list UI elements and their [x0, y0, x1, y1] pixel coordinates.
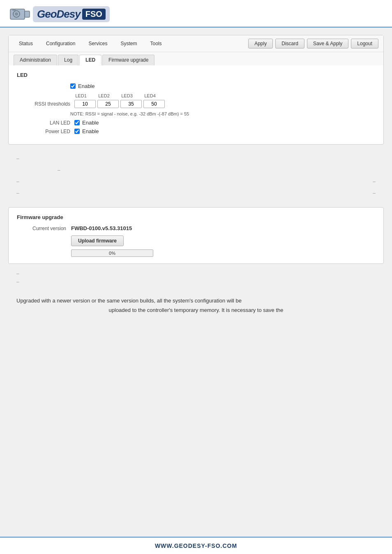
content-area: LED Enable LED1 LED2 LED3 LED4 RSSI thre…: [9, 65, 383, 144]
dash-line-8: –: [16, 278, 376, 286]
upload-firmware-button[interactable]: Upload firmware: [71, 235, 124, 246]
rssi-label: RSSI thresholds: [21, 101, 70, 107]
led-section-title: LED: [17, 72, 375, 78]
dash-line-7: –: [16, 270, 376, 278]
firmware-title: Firmware upgrade: [17, 214, 375, 220]
header: GeoDesy FSO: [0, 0, 392, 28]
firmware-version-row: Current version FWBD-0100.v5.53.31015: [17, 225, 375, 231]
dash-line-3: –: [16, 178, 19, 186]
svg-rect-4: [12, 9, 16, 11]
nav-panel: Status Configuration Services System Too…: [8, 35, 384, 145]
svg-point-3: [15, 12, 18, 16]
info-line-2: uploaded to the controller's temporary m…: [16, 305, 376, 315]
discard-button[interactable]: Discard: [275, 39, 304, 48]
apply-button[interactable]: Apply: [248, 39, 273, 48]
sub-tab-led[interactable]: LED: [79, 55, 101, 65]
rssi-row: RSSI thresholds: [17, 100, 375, 108]
firmware-version-value: FWBD-0100.v5.53.31015: [71, 225, 132, 231]
led-enable-row: Enable: [17, 83, 375, 89]
top-nav-left: Status Configuration Services System Too…: [14, 39, 167, 48]
dash-1: –: [8, 153, 384, 164]
led1-header: LED1: [70, 93, 92, 98]
dash-2: –: [8, 164, 384, 176]
progress-container: 0%: [71, 249, 153, 257]
nav-tab-services[interactable]: Services: [83, 39, 113, 48]
logo-text-box: GeoDesy FSO: [33, 6, 110, 22]
info-text: Upgraded with a newer version or the sam…: [8, 296, 384, 315]
power-led-label: Power LED: [21, 129, 70, 134]
led3-header: LED3: [116, 93, 138, 98]
logo-geodesy: GeoDesy: [37, 8, 81, 21]
top-nav-buttons: Apply Discard Save & Apply Logout: [248, 39, 378, 48]
power-led-enable-label: Enable: [82, 128, 99, 134]
sub-tab-administration[interactable]: Administration: [14, 55, 57, 65]
sub-nav: Administration Log LED Firmware upgrade: [9, 52, 383, 65]
logout-button[interactable]: Logout: [351, 39, 378, 48]
led-enable-label: Enable: [78, 83, 95, 89]
dash-line-1: –: [16, 155, 376, 163]
sub-tab-log[interactable]: Log: [58, 55, 78, 65]
info-line-1: Upgraded with a newer version or the sam…: [16, 296, 376, 305]
save-apply-button[interactable]: Save & Apply: [307, 39, 348, 48]
top-nav: Status Configuration Services System Too…: [9, 35, 383, 52]
progress-text: 0%: [109, 251, 115, 256]
led-headers: LED1 LED2 LED3 LED4: [17, 93, 375, 98]
rssi-led2-input[interactable]: [97, 100, 119, 108]
nav-tab-tools[interactable]: Tools: [145, 39, 167, 48]
dash-line-4: –: [373, 178, 376, 186]
logo-container: GeoDesy FSO: [8, 5, 110, 23]
lan-led-label: LAN LED: [21, 120, 70, 126]
rssi-inputs: [74, 100, 165, 108]
led2-header: LED2: [93, 93, 115, 98]
progress-bar: 0%: [71, 249, 153, 257]
rssi-led1-input[interactable]: [74, 100, 96, 108]
footer-url: WWW.GEODESY-FSO.COM: [155, 542, 237, 549]
footer: WWW.GEODESY-FSO.COM: [0, 537, 392, 554]
svg-rect-1: [25, 11, 30, 17]
lan-led-checkbox[interactable]: [74, 120, 80, 125]
rssi-led4-input[interactable]: [143, 100, 165, 108]
nav-tab-configuration[interactable]: Configuration: [41, 39, 81, 48]
firmware-panel: Firmware upgrade Current version FWBD-01…: [8, 207, 384, 264]
logo-fso: FSO: [82, 9, 106, 20]
main-content: Status Configuration Services System Too…: [0, 28, 392, 323]
power-led-checkbox[interactable]: [74, 129, 80, 134]
dash-line-6: –: [373, 189, 376, 197]
nav-tab-system[interactable]: System: [115, 39, 142, 48]
rssi-note: NOTE: RSSI = signal - noise, e.g. -32 dB…: [17, 111, 375, 116]
lan-led-enable-label: Enable: [82, 120, 99, 126]
lan-led-row: LAN LED Enable: [17, 120, 375, 126]
sub-tab-firmware-upgrade[interactable]: Firmware upgrade: [102, 55, 154, 65]
rssi-led3-input[interactable]: [120, 100, 142, 108]
camera-icon: [8, 5, 31, 23]
nav-tab-status[interactable]: Status: [14, 39, 38, 48]
led-enable-checkbox[interactable]: [70, 83, 76, 89]
dash-line-2: –: [58, 166, 376, 174]
dash-line-5: –: [16, 189, 19, 197]
power-led-row: Power LED Enable: [17, 128, 375, 134]
led4-header: LED4: [139, 93, 161, 98]
firmware-version-label: Current version: [17, 226, 66, 231]
